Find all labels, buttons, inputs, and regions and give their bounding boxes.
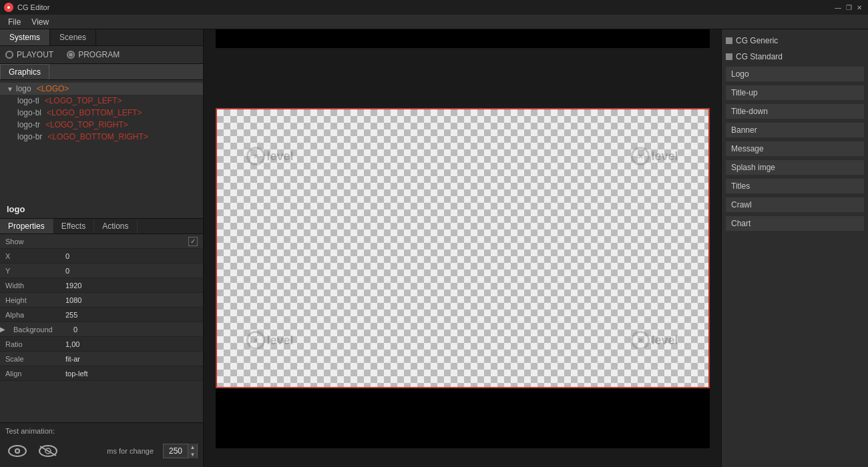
rp-item-banner[interactable]: Banner [726, 123, 864, 137]
props-table: Show ✓ X 0 Y 0 Width 1920 Height 1080 Al… [0, 234, 203, 422]
prop-height-value: 1080 [60, 294, 203, 306]
prop-width-value: 1920 [60, 280, 203, 292]
rp-item-splash-imge[interactable]: Splash imge [726, 160, 864, 175]
rp-item-titles[interactable]: Titles [726, 179, 864, 193]
canvas-black-top [216, 29, 710, 48]
tree-label-tl-val: <LOGO_TOP_LEFT> [45, 96, 122, 105]
tree-row-logo[interactable]: ▼ logo <LOGO> [0, 83, 203, 95]
ms-down-arrow[interactable]: ▼ [188, 451, 197, 458]
watermark-tl: ✕ level [237, 143, 304, 169]
rp-item-title-up[interactable]: Title-up [726, 85, 864, 100]
prop-scale-value: fit-ar [60, 353, 203, 365]
prop-width: Width 1920 [0, 278, 203, 293]
section-tab-graphics[interactable]: Graphics [0, 64, 49, 79]
ms-label: ms for change [107, 447, 154, 455]
rp-square-standard [726, 53, 732, 60]
rp-square-generic [726, 37, 732, 44]
prop-show-value [60, 240, 188, 244]
tab-effects[interactable]: Effects [53, 219, 94, 234]
tab-systems[interactable]: Systems [0, 29, 50, 45]
prop-width-name: Width [0, 280, 60, 292]
rp-item-chart[interactable]: Chart [726, 216, 864, 231]
prop-x-name: X [0, 250, 60, 262]
radio-playout[interactable]: PLAYOUT [5, 50, 53, 59]
left-panel: Systems Scenes PLAYOUT PROGRAM Graphics … [0, 29, 204, 467]
prop-height-name: Height [0, 294, 60, 306]
canvas-black-bottom [216, 388, 710, 448]
prop-background-value: 0 [68, 324, 203, 336]
radio-program[interactable]: PROGRAM [67, 50, 120, 59]
tab-properties[interactable]: Properties [0, 219, 53, 234]
ms-up-arrow[interactable]: ▲ [188, 444, 197, 451]
rp-cg-standard-label: CG Standard [736, 52, 783, 61]
tab-scenes[interactable]: Scenes [50, 29, 96, 45]
top-tab-row: Systems Scenes [0, 29, 203, 46]
tree-label-tr-key: logo-tr [17, 120, 40, 129]
rp-item-message[interactable]: Message [726, 141, 864, 156]
prop-align-name: Align [0, 368, 60, 380]
right-panel: CG Generic CG Standard Logo Title-up Tit… [721, 29, 868, 467]
tree-view: ▼ logo <LOGO> logo-tl <LOGO_TOP_LEFT> lo… [0, 80, 203, 200]
prop-alpha: Alpha 255 [0, 308, 203, 322]
rp-section-cg-standard: CG Standard [726, 52, 864, 61]
prop-background: ▶ Background 0 [0, 322, 203, 337]
test-anim-controls: ms for change ▲ ▼ [5, 439, 198, 463]
tab-actions[interactable]: Actions [94, 219, 137, 234]
prop-ratio-value: 1,00 [60, 338, 203, 350]
main-layout: Systems Scenes PLAYOUT PROGRAM Graphics … [0, 29, 868, 467]
rp-section-cg-generic: CG Generic [726, 36, 864, 45]
prop-show-check[interactable]: ✓ [188, 237, 198, 246]
tree-toggle-logo[interactable]: ▼ [7, 85, 15, 93]
prop-alpha-name: Alpha [0, 309, 60, 321]
ms-input[interactable] [164, 446, 188, 456]
tree-row-logo-tl[interactable]: logo-tl <LOGO_TOP_LEFT> [0, 95, 203, 107]
tree-row-logo-br[interactable]: logo-br <LOGO_BOTTOM_RIGHT> [0, 131, 203, 143]
anim-play-button[interactable] [5, 439, 29, 463]
prop-x-value: 0 [60, 250, 203, 262]
menubar: File View [0, 15, 868, 29]
props-tab-row: Properties Effects Actions [0, 219, 203, 234]
prop-show-name: Show [0, 236, 60, 248]
prop-background-name: Background [8, 324, 68, 336]
wm-tr-text: level [651, 149, 678, 163]
tree-row-logo-bl[interactable]: logo-bl <LOGO_BOTTOM_LEFT> [0, 107, 203, 119]
prop-ratio-name: Ratio [0, 338, 60, 350]
app-title: CG Editor [17, 3, 829, 11]
menu-file[interactable]: File [3, 16, 26, 28]
radio-playout-label: PLAYOUT [17, 50, 53, 59]
prop-ratio: Ratio 1,00 [0, 337, 203, 352]
minimize-button[interactable]: — [833, 3, 843, 12]
canvas-frame: ✕ level ✕ level ✕ level ✕ level [216, 108, 710, 388]
tree-label-logo-key: logo [16, 84, 31, 93]
prop-x: X 0 [0, 249, 203, 264]
radio-program-dot [67, 51, 75, 59]
tree-label-bl-key: logo-bl [17, 108, 41, 117]
radio-program-label: PROGRAM [78, 50, 120, 59]
titlebar: ● CG Editor — ❐ ✕ [0, 0, 868, 15]
ms-input-wrap: ▲ ▼ [163, 444, 198, 458]
rp-item-crawl[interactable]: Crawl [726, 197, 864, 212]
radio-row: PLAYOUT PROGRAM [0, 46, 203, 64]
window-controls: — ❐ ✕ [833, 3, 864, 12]
close-button[interactable]: ✕ [855, 3, 864, 12]
menu-view[interactable]: View [26, 16, 54, 28]
eye-closed-icon [37, 444, 59, 458]
tree-label-br-key: logo-br [17, 132, 42, 141]
prop-alpha-value: 255 [60, 309, 203, 321]
eye-open-icon [7, 444, 28, 458]
prop-show: Show ✓ [0, 234, 203, 249]
expand-background-icon[interactable]: ▶ [0, 326, 5, 333]
tree-label-br-val: <LOGO_BOTTOM_RIGHT> [47, 132, 148, 141]
prop-align-value: top-left [60, 368, 203, 380]
tree-row-logo-tr[interactable]: logo-tr <LOGO_TOP_RIGHT> [0, 119, 203, 131]
rp-item-logo[interactable]: Logo [726, 67, 864, 81]
tree-label-bl-val: <LOGO_BOTTOM_LEFT> [47, 108, 142, 117]
watermark-tr: ✕ level [622, 143, 688, 169]
prop-y-value: 0 [60, 265, 203, 277]
rp-item-title-down[interactable]: Title-down [726, 104, 864, 119]
restore-button[interactable]: ❐ [844, 3, 853, 12]
anim-stop-button[interactable] [36, 439, 60, 463]
prop-align: Align top-left [0, 366, 203, 381]
prop-y: Y 0 [0, 264, 203, 278]
section-tab-row: Graphics [0, 64, 203, 80]
